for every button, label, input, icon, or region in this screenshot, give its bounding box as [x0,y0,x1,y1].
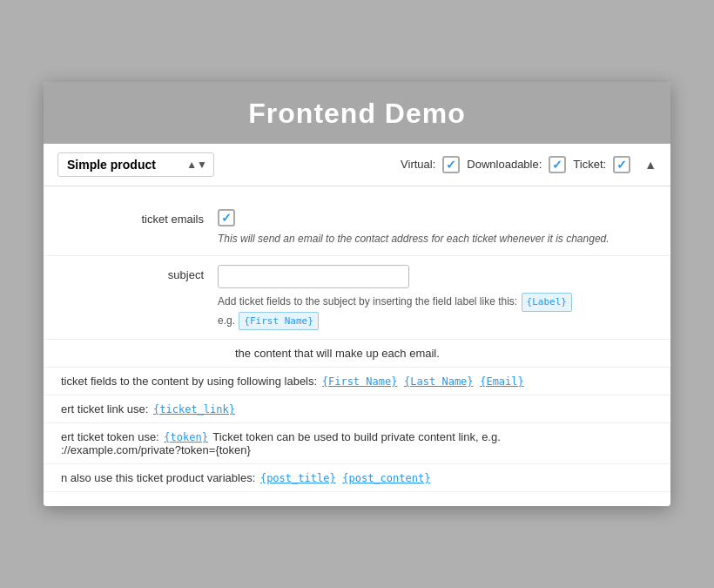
virtual-checkbox[interactable] [442,156,460,173]
token-link-tag[interactable]: {token} [164,431,208,443]
ticket-emails-row: ticket emails This will send an email to… [44,200,670,256]
ticket-label: Ticket: [573,158,606,171]
ticket-link-row: ert ticket link use: {ticket_link} [44,395,670,423]
ticket-emails-label: ticket emails [44,209,218,226]
first-name-tag: {First Name} [239,312,318,331]
ticket-emails-field: This will send an email to the contact a… [218,209,653,247]
toolbar-checkgroup: Virtual: Downloadable: Ticket: ▲ [401,156,657,173]
page-title: Frontend Demo [44,98,670,130]
virtual-label: Virtual: [401,158,435,171]
subject-input[interactable] [218,265,409,288]
downloadable-checkbox[interactable] [549,156,566,173]
content-desc-row: the content that will make up each email… [44,340,670,368]
subject-hint: Add ticket fields to the subject by inse… [218,293,653,330]
token-desc: Ticket token can be used to build privat… [212,430,501,443]
downloadable-label: Downloadable: [467,158,542,171]
last-name-link-tag[interactable]: {Last Name} [404,375,473,388]
ticket-emails-desc: This will send an email to the contact a… [218,231,653,247]
fields-row: ticket fields to the content by using fo… [44,368,670,395]
content-area: ticket emails This will send an email to… [44,186,670,506]
content-desc-text: the content that will make up each email… [235,347,440,360]
post-content-tag[interactable]: {post_content} [342,472,430,484]
subject-row: subject Add ticket fields to the subject… [44,256,670,340]
subject-field: Add ticket fields to the subject by inse… [218,265,653,330]
ticket-emails-checkbox[interactable] [218,209,235,226]
token-example: ://example.com/private?token={token} [61,443,251,456]
product-vars-row: n also use this ticket product variables… [44,464,670,492]
main-window: Frontend Demo Simple product ▲▼ Virtual:… [44,82,670,506]
ticket-link-tag[interactable]: {ticket_link} [153,403,235,416]
ticket-emails-checkbox-row [218,209,653,226]
product-select[interactable]: Simple product [57,152,214,177]
ticket-checkbox[interactable] [613,156,630,173]
token-row: ert ticket token use: {token} Ticket tok… [44,423,670,464]
collapse-arrow-icon[interactable]: ▲ [644,158,657,172]
post-title-tag[interactable]: {post_title} [260,472,336,484]
label-tag: {Label} [522,293,572,312]
product-select-wrap: Simple product ▲▼ [57,152,214,177]
toolbar: Simple product ▲▼ Virtual: Downloadable:… [44,144,670,186]
first-name-link-tag[interactable]: {First Name} [322,375,398,388]
subject-label: subject [44,265,218,281]
header: Frontend Demo [44,82,670,144]
email-link-tag[interactable]: {Email} [480,375,524,388]
